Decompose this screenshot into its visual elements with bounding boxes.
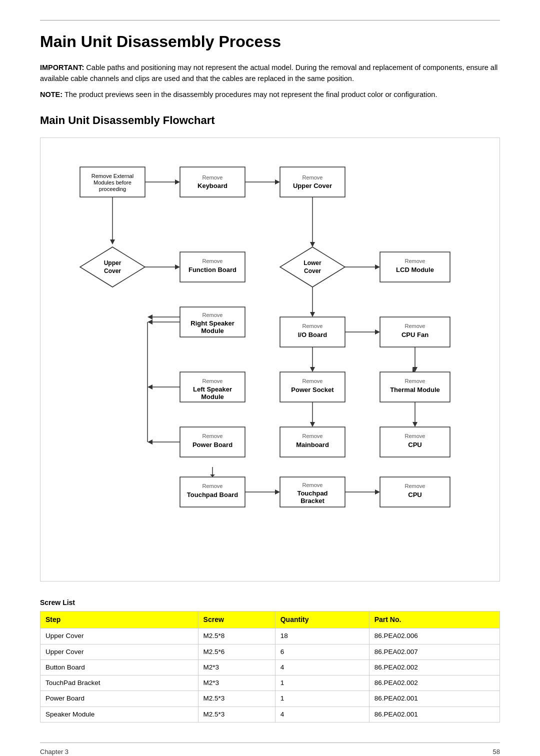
mb-bold: Mainboard	[296, 441, 329, 448]
page-title: Main Unit Disassembly Process	[40, 30, 500, 54]
tpb-bold: Touchpad Board	[187, 491, 238, 498]
table-row: Speaker Module M2.5*3 4 86.PEA02.001	[40, 706, 500, 722]
important-paragraph: IMPORTANT: Cable paths and positioning m…	[40, 62, 500, 84]
step-cell: Speaker Module	[40, 706, 198, 722]
lc-diamond-text1: Lower	[304, 260, 322, 266]
tm-bold: Thermal Module	[390, 386, 440, 394]
pb-bold: Power Board	[192, 441, 232, 448]
important-label: IMPORTANT:	[40, 64, 84, 72]
table-row: Power Board M2.5*3 1 86.PEA02.001	[40, 691, 500, 706]
footer: Chapter 3 58	[40, 742, 500, 756]
start-text-2: Modules before	[94, 180, 132, 186]
step-cell: Upper Cover	[40, 628, 198, 644]
lc-diamond-text2: Cover	[304, 268, 321, 274]
partno-cell: 86.PEA02.002	[369, 676, 500, 691]
cf-bold: CPU Fan	[402, 331, 428, 338]
partno-cell: 86.PEA02.001	[369, 691, 500, 706]
ls-bold1: Left Speaker	[193, 386, 232, 393]
fb-small: Remove	[202, 258, 223, 264]
tm-small: Remove	[405, 378, 426, 384]
partno-cell: 86.PEA02.006	[369, 628, 500, 644]
col-quantity: Quantity	[275, 612, 369, 628]
screw-cell: M2.5*3	[198, 691, 275, 706]
tpb-small: Remove	[202, 483, 223, 489]
arrowhead-tm-cpu	[412, 422, 418, 427]
start-text-1: Remove External	[92, 173, 134, 179]
screw-cell: M2*3	[198, 660, 275, 675]
important-text: Cable paths and positioning may not repr…	[40, 64, 498, 82]
flowchart-title: Main Unit Disassembly Flowchart	[40, 112, 500, 128]
footer-right: 58	[493, 747, 500, 756]
screw-table: Step Screw Quantity Part No. Upper Cover…	[40, 611, 500, 722]
pb-small: Remove	[202, 433, 223, 439]
partno-cell: 86.PEA02.007	[369, 644, 500, 660]
cpu-small: Remove	[405, 433, 426, 439]
arrowhead-lc-io	[310, 312, 315, 317]
screw-table-body: Upper Cover M2.5*8 18 86.PEA02.006 Upper…	[40, 628, 500, 722]
screw-cell: M2.5*6	[198, 644, 275, 660]
cf-small: Remove	[405, 323, 426, 329]
arrowhead-ps-mb	[310, 422, 315, 427]
qty-cell: 4	[275, 660, 369, 675]
arrowhead-io-cpufan	[375, 330, 380, 334]
arrowhead-start-ucdia	[110, 240, 115, 244]
lcd-bold: LCD Module	[396, 266, 434, 274]
arrowhead-uc-lc	[310, 242, 315, 247]
tpbr-small: Remove	[302, 482, 323, 488]
uc-diamond-text2: Cover	[104, 268, 121, 274]
lcd-small: Remove	[405, 258, 426, 264]
keyboard-label-bold: Keyboard	[198, 182, 228, 190]
note-text: The product previews seen in the disasse…	[62, 90, 437, 98]
screw-cell: M2*3	[198, 676, 275, 691]
qty-cell: 1	[275, 691, 369, 706]
flowchart-container: Remove External Modules before proceedin…	[40, 138, 500, 582]
tpbr-bold1: Touchpad	[297, 490, 328, 497]
rs-bold2: Module	[201, 327, 224, 334]
cpu-r6-small: Remove	[405, 483, 426, 489]
flowchart-svg: Remove External Modules before proceedin…	[75, 152, 465, 472]
arrowhead-lc-lcd	[375, 264, 380, 270]
upper-cover-diamond	[80, 247, 145, 287]
col-screw: Screw	[198, 612, 275, 628]
qty-cell: 4	[275, 706, 369, 722]
arrowhead-io-ps	[310, 367, 315, 372]
arrowhead-ls-left	[148, 384, 152, 390]
arrowhead-tpb-bracket	[275, 490, 280, 494]
ps-small: Remove	[302, 378, 323, 384]
arrowhead-bracket-cpu	[375, 490, 380, 494]
partno-cell: 86.PEA02.001	[369, 706, 500, 722]
uc-diamond-text1: Upper	[104, 260, 122, 266]
footer-left: Chapter 3	[40, 747, 68, 756]
arrowhead-pb-left	[148, 440, 152, 444]
arrowhead-fb-rs	[148, 314, 152, 320]
fb-bold: Function Board	[188, 266, 236, 274]
io-small: Remove	[302, 323, 323, 329]
col-partno: Part No.	[369, 612, 500, 628]
cpu-r6-bold: CPU	[408, 491, 422, 498]
top-rule	[40, 20, 500, 20]
ps-bold: Power Socket	[291, 386, 334, 394]
tpbr-bold2: Bracket	[300, 497, 324, 504]
arrowhead-ucd-fb	[175, 264, 180, 270]
col-step: Step	[40, 612, 198, 628]
screw-table-header: Step Screw Quantity Part No.	[40, 612, 500, 628]
rs-bold1: Right Speaker	[190, 320, 234, 327]
step-cell: Upper Cover	[40, 644, 198, 660]
keyboard-label-small: Remove	[202, 174, 223, 180]
header-row: Step Screw Quantity Part No.	[40, 612, 500, 628]
arrowhead-rs-left	[148, 320, 152, 324]
note-label: NOTE:	[40, 90, 62, 98]
note-paragraph: NOTE: The product previews seen in the d…	[40, 90, 500, 100]
cpu-bold: CPU	[408, 441, 422, 448]
start-text-3: proceeding	[99, 186, 126, 192]
table-row: Button Board M2*3 4 86.PEA02.002	[40, 660, 500, 675]
upper-cover-top-bold: Upper Cover	[293, 182, 332, 190]
screw-cell: M2.5*8	[198, 628, 275, 644]
arrowhead-keyboard-uppercover	[275, 180, 280, 184]
step-cell: Button Board	[40, 660, 198, 675]
arrowhead-start-keyboard	[175, 180, 180, 184]
screw-list-title: Screw List	[40, 598, 500, 608]
qty-cell: 6	[275, 644, 369, 660]
ls-bold2: Module	[201, 393, 224, 400]
step-cell: Power Board	[40, 691, 198, 706]
